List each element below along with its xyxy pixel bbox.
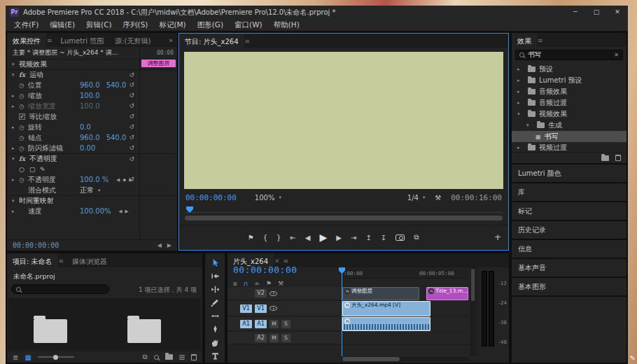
program-time-ruler[interactable] (185, 206, 503, 213)
bin-folder-icon[interactable] (127, 319, 161, 343)
chevron-down-icon[interactable]: ▾ (12, 156, 19, 162)
maximize-button[interactable]: □ (586, 6, 607, 19)
chevron-down-icon[interactable]: ▾ (98, 188, 100, 193)
chevron-right-icon[interactable]: ▸ (517, 100, 524, 106)
zoom-out-icon[interactable]: ◀ (158, 242, 162, 248)
ec-timecode[interactable]: 00:00:00:00 (13, 241, 59, 249)
tree-item-video-effects[interactable]: ▾ 视频效果 (512, 108, 626, 120)
pen-tool[interactable] (205, 323, 225, 336)
program-scrollbar[interactable] (185, 216, 503, 220)
chevron-down-icon[interactable]: ▾ (423, 195, 425, 200)
param-value-x[interactable]: 960.0 (80, 134, 100, 141)
param-value[interactable]: 100.00% (80, 207, 111, 215)
reset-icon[interactable]: ↺ (129, 123, 134, 130)
track-target-a1[interactable]: A1 (255, 320, 267, 328)
stopwatch-icon[interactable]: ◷ (19, 176, 28, 183)
export-frame-icon[interactable] (396, 234, 405, 241)
chevron-right-icon[interactable]: ▸ (12, 209, 19, 214)
menu-graphics[interactable]: 图形(G) (192, 19, 229, 31)
tab-overflow-icon[interactable]: » (169, 33, 177, 47)
track-output-eye-icon[interactable] (270, 306, 277, 311)
thumbnail-zoom-slider[interactable] (38, 356, 74, 358)
chevron-right-icon[interactable]: ▸ (517, 66, 524, 72)
list-view-icon[interactable]: ≣ (13, 354, 18, 361)
tab-lumetri-color[interactable]: Lumetri 颜色 (512, 164, 626, 182)
stopwatch-icon[interactable]: ◷ (19, 124, 28, 131)
chevron-down-icon[interactable]: ▾ (12, 72, 19, 78)
reset-icon[interactable]: ↺ (129, 144, 134, 151)
menu-help[interactable]: 帮助(H) (268, 19, 305, 31)
zoom-in-icon[interactable]: ▶ (167, 242, 172, 248)
chevron-right-icon[interactable]: ▸ (12, 177, 19, 183)
rect-mask-icon[interactable]: ▢ (29, 166, 40, 173)
menu-marker[interactable]: 标记(M) (153, 19, 191, 31)
tab-effect-controls[interactable]: 效果控件 (7, 33, 46, 47)
timeline-playhead[interactable] (342, 267, 342, 356)
go-to-in-icon[interactable]: ⇤ (290, 234, 295, 241)
clip-video[interactable]: fx片头_x264.mp4 [V] (342, 301, 430, 316)
chevron-right-icon[interactable]: ▸ (517, 89, 524, 94)
param-value[interactable]: 100.0 % (80, 176, 108, 183)
timeline-track-area[interactable]: fx调整图层 fxTitle_13.m... fx片头_x264.mp4 [V]… (341, 279, 469, 356)
param-value[interactable]: 100.0 (80, 92, 100, 99)
type-tool[interactable] (205, 349, 225, 363)
blend-mode-select[interactable]: 正常 (80, 186, 94, 195)
tab-program-monitor[interactable]: 节目: 片头_x264 (179, 34, 244, 48)
uniform-scale-checkbox[interactable]: ✓ (19, 113, 25, 120)
find-icon[interactable] (154, 355, 159, 360)
mute-button[interactable]: M (270, 334, 279, 342)
reset-icon[interactable]: ↺ (129, 81, 134, 88)
slip-tool[interactable] (205, 309, 225, 323)
project-search-input[interactable] (11, 284, 109, 294)
ripple-edit-tool[interactable] (205, 283, 225, 296)
param-value-x[interactable]: 960.0 (80, 81, 100, 89)
clip-audio[interactable]: fx (342, 317, 430, 331)
tree-item-write-on[interactable]: ▦ 书写 (512, 131, 626, 142)
icon-view-icon[interactable]: ▦ (24, 354, 31, 361)
chevron-down-icon[interactable]: ▾ (12, 198, 19, 204)
lift-icon[interactable]: ↥ (365, 234, 371, 241)
reset-icon[interactable]: ↺ (129, 176, 134, 183)
reset-icon[interactable]: ↺ (129, 113, 134, 120)
menu-clip[interactable]: 剪辑(C) (80, 19, 118, 31)
param-value[interactable]: 0.0 (80, 123, 91, 131)
tab-media-browser[interactable]: 媒体浏览器 (66, 253, 113, 267)
playback-resolution-select[interactable]: 1/4 (407, 194, 419, 202)
menu-file[interactable]: 文件(F) (8, 19, 44, 31)
effects-search-input[interactable]: 书写 ✕ (515, 50, 623, 60)
adjustment-layer-chip[interactable]: 调整图层 (141, 59, 176, 67)
param-value-y[interactable]: 540.0 (106, 81, 127, 89)
stopwatch-icon[interactable]: ◷ (19, 82, 28, 89)
param-value[interactable]: 0.00 (80, 144, 95, 152)
keyframe-lane[interactable]: 00:00 调整图层 (139, 47, 177, 239)
selection-tool[interactable] (205, 256, 225, 270)
clip-adjustment-layer[interactable]: fx调整图层 (342, 287, 419, 300)
delete-icon[interactable] (615, 155, 621, 161)
panel-menu-icon[interactable]: ≡ (46, 33, 55, 47)
chevron-right-icon[interactable]: ▸ (517, 78, 524, 83)
reset-icon[interactable]: ↺ (129, 102, 134, 109)
tree-item-audio-transitions[interactable]: ▸ 音频过渡 (512, 97, 626, 108)
step-back-icon[interactable]: ◀ (305, 234, 311, 241)
chevron-right-icon[interactable]: ▸ (12, 104, 19, 109)
windows-ink-pen-icon[interactable]: ✎ (630, 354, 636, 362)
tree-item-audio-effects[interactable]: ▸ 音频效果 (512, 86, 626, 97)
tree-item-presets[interactable]: ▸ 预设 (512, 64, 626, 75)
menu-window[interactable]: 窗口(W) (229, 19, 268, 31)
stopwatch-icon[interactable]: ◷ (19, 134, 28, 141)
solo-button[interactable]: S (281, 320, 290, 328)
pen-mask-icon[interactable]: ✎ (40, 166, 50, 173)
tab-lumetri-scopes[interactable]: Lumetri 范围 (55, 33, 110, 47)
timeline-vscrollbar[interactable] (470, 267, 475, 356)
program-timecode[interactable]: 00:00:00:00 (186, 193, 237, 202)
panel-menu-icon[interactable]: ≡ (537, 33, 546, 47)
tab-source-monitor[interactable]: 源:(无剪辑) (109, 33, 156, 47)
menu-edit[interactable]: 编辑(E) (44, 19, 80, 31)
button-editor-icon[interactable]: + (494, 225, 501, 249)
delete-icon[interactable] (191, 354, 197, 360)
hand-tool[interactable] (205, 336, 225, 349)
track-target-a2[interactable]: A2 (255, 334, 267, 342)
program-playhead[interactable] (186, 206, 193, 213)
razor-tool[interactable] (205, 296, 225, 309)
new-custom-bin-icon[interactable] (601, 155, 609, 161)
